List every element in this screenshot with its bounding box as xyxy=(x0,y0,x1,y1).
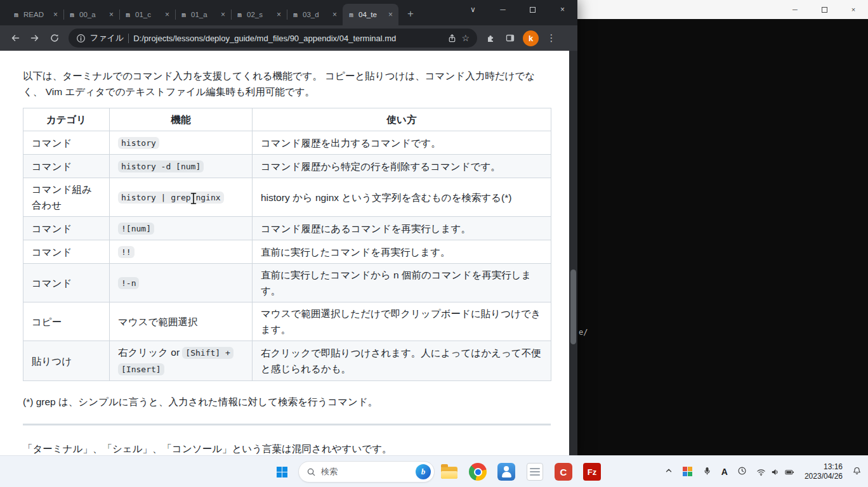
reload-button[interactable] xyxy=(44,29,64,48)
wifi-icon xyxy=(756,467,766,477)
info-icon[interactable] xyxy=(76,34,86,43)
maximize-icon xyxy=(822,7,827,13)
chrome-button[interactable] xyxy=(468,462,488,482)
notepad-button[interactable] xyxy=(525,462,545,482)
terminal-titlebar[interactable]: ─ × xyxy=(576,0,868,19)
tab-01_a[interactable]: m01_a× xyxy=(175,4,231,25)
profile-avatar[interactable]: k xyxy=(523,30,539,46)
tab-00_a[interactable]: m00_a× xyxy=(63,4,119,25)
page-content: 以下は、ターミナルでのコマンド入力を支援してくれる機能です。 コピーと貼りつけは… xyxy=(0,51,569,455)
terminal-maximize-button[interactable] xyxy=(810,0,839,19)
category-cell: コマンド xyxy=(23,240,110,264)
tab-close-icon[interactable]: × xyxy=(331,10,338,19)
tab-close-icon[interactable]: × xyxy=(164,10,171,19)
browser-menu-button[interactable]: ⋮ xyxy=(542,29,561,48)
forward-button[interactable] xyxy=(25,29,44,48)
usage-cell: 直前に実行したコマンドから n 個前のコマンドを再実行します。 xyxy=(253,264,551,302)
category-cell: コピー xyxy=(23,302,110,341)
notification-button[interactable] xyxy=(852,466,862,478)
tab-READ[interactable]: mREAD× xyxy=(8,4,63,25)
window-maximize-button[interactable] xyxy=(518,0,548,19)
tab-01_c[interactable]: m01_c× xyxy=(119,4,175,25)
microphone-tray-button[interactable] xyxy=(702,466,712,478)
chrome-icon xyxy=(469,463,487,481)
footnote-paragraph: (*) grep は、シンプルに言うと、入力された情報に対して検索を行うコマンド… xyxy=(23,394,551,410)
inline-code: history | grep nginx xyxy=(118,192,224,204)
red-c-app-button[interactable]: C xyxy=(553,462,574,482)
tab-close-icon[interactable]: × xyxy=(387,10,394,19)
bing-chat-icon[interactable]: b xyxy=(416,464,431,479)
window-close-button[interactable]: × xyxy=(548,0,577,19)
page-scrollbar[interactable] xyxy=(569,51,577,455)
tab-label: 04_te xyxy=(358,11,384,18)
usage-cell: マウスで範囲選択しただけで即クリップボードに貼りつけできます。 xyxy=(253,302,551,341)
start-button[interactable] xyxy=(269,459,294,484)
bell-icon xyxy=(852,466,862,476)
table-row: コマンド!!直前に実行したコマンドを再実行します。 xyxy=(23,240,551,264)
filezilla-button[interactable]: Fz xyxy=(582,462,602,482)
command-table-head-row: カテゴリ機能使い方 xyxy=(23,108,551,131)
file-explorer-button[interactable] xyxy=(439,462,459,482)
address-bar[interactable]: ファイル D:/projects/lessons/deploy_guide/md… xyxy=(69,29,477,48)
inline-code: history -d [num] xyxy=(118,160,204,172)
window-minimize-button[interactable]: ─ xyxy=(488,0,518,19)
forward-icon xyxy=(30,33,40,43)
column-header: 使い方 xyxy=(253,108,551,131)
red-c-app-icon: C xyxy=(555,463,572,481)
terminal-minimize-button[interactable]: ─ xyxy=(780,0,810,19)
side-panel-icon xyxy=(505,33,515,43)
feature-cell: !-n xyxy=(110,264,253,302)
tab-label: 00_a xyxy=(79,11,105,18)
user-app-button[interactable] xyxy=(496,462,516,482)
microphone-icon xyxy=(702,466,712,476)
terminal-output-fragment-lower: e/ xyxy=(579,328,588,337)
terminal-close-button[interactable]: × xyxy=(839,0,868,19)
taskbar-search[interactable]: 検索 b xyxy=(298,461,435,483)
tab-03_d[interactable]: m03_d× xyxy=(287,4,343,25)
feature-cell: ![num] xyxy=(110,217,253,240)
tab-close-icon[interactable]: × xyxy=(52,10,59,19)
tab-close-icon[interactable]: × xyxy=(220,10,227,19)
feature-cell: history xyxy=(110,131,253,155)
table-row: コマンドhistoryコマンド履歴を出力するコマンドです。 xyxy=(23,131,551,155)
tab-label: 01_c xyxy=(135,11,161,18)
scrollbar-thumb[interactable] xyxy=(570,269,576,344)
quick-settings-button[interactable] xyxy=(756,467,795,477)
extensions-button[interactable] xyxy=(482,29,501,48)
tab-search-button[interactable]: ∨ xyxy=(458,0,488,19)
back-button[interactable] xyxy=(5,29,25,48)
feature-cell: マウスで範囲選択 xyxy=(110,302,253,341)
taskbar-apps: C Fz xyxy=(439,462,602,482)
feature-cell: history | grep nginx xyxy=(110,178,253,217)
tray-app-icon[interactable] xyxy=(683,467,693,477)
ime-mode-indicator[interactable]: A xyxy=(721,467,728,477)
terminal-window: ─ × e/ xyxy=(576,0,868,455)
usage-cell: コマンド履歴にあるコマンドを再実行します。 xyxy=(253,217,551,240)
tabs-container: mREAD×m00_a×m01_c×m01_a×m02_s×m03_d×m04_… xyxy=(8,0,398,25)
tab-favicon: m xyxy=(347,11,355,19)
kebab-menu-icon: ⋮ xyxy=(547,32,556,44)
tab-04_te[interactable]: m04_te× xyxy=(343,4,398,25)
tab-favicon: m xyxy=(235,11,244,19)
tab-02_s[interactable]: m02_s× xyxy=(231,4,287,25)
category-cell: 貼りつけ xyxy=(23,341,110,381)
usage-cell: history から nginx という文字列を含むものを検索する(*) xyxy=(253,178,551,217)
tray-chevron-button[interactable] xyxy=(664,466,673,477)
share-icon[interactable] xyxy=(447,34,457,43)
document-icon xyxy=(527,463,543,481)
browser-toolbar: ファイル D:/projects/lessons/deploy_guide/md… xyxy=(0,25,577,51)
tab-close-icon[interactable]: × xyxy=(108,10,115,19)
tab-favicon: m xyxy=(68,11,76,19)
clock-tray-button[interactable] xyxy=(737,466,747,478)
tab-close-icon[interactable]: × xyxy=(275,10,282,19)
feature-cell: 右クリック or [Shift] + [Insert] xyxy=(110,341,253,381)
taskbar-clock[interactable]: 13:16 2023/04/26 xyxy=(805,462,843,481)
intro-paragraph: 以下は、ターミナルでのコマンド入力を支援してくれる機能です。 コピーと貼りつけは… xyxy=(23,68,551,100)
terminal-output-area[interactable]: e/ xyxy=(576,19,868,455)
side-panel-button[interactable] xyxy=(501,29,520,48)
feature-cell: history -d [num] xyxy=(110,155,253,178)
battery-icon xyxy=(784,467,795,477)
tab-favicon: m xyxy=(180,11,188,19)
bookmark-star-icon[interactable]: ☆ xyxy=(461,33,470,43)
new-tab-button[interactable]: + xyxy=(402,6,419,22)
